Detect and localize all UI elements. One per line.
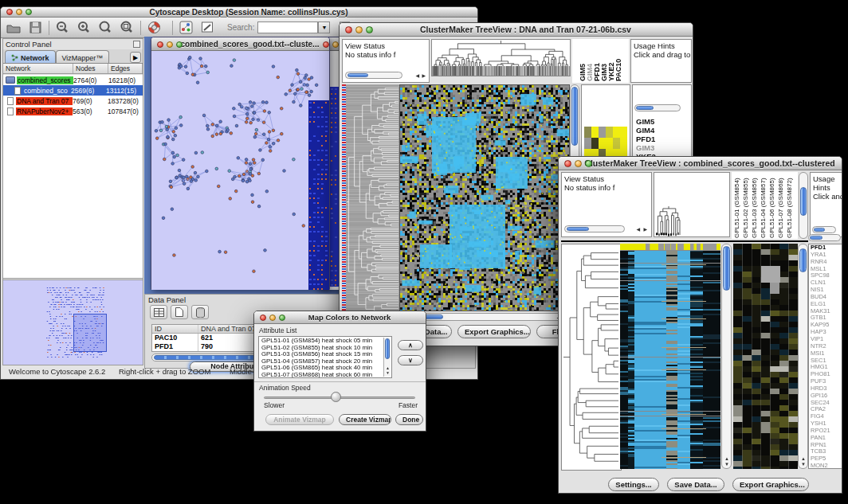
minimize-button[interactable]	[269, 315, 276, 321]
float-panel-icon[interactable]	[133, 41, 140, 48]
export-graphics-button[interactable]: Export Graphics...	[457, 325, 531, 338]
col-nodes[interactable]: Nodes	[73, 64, 108, 73]
network-row[interactable]: RNAPuberNov2+563(0)107847(0)	[3, 106, 143, 116]
scroll-down-icon[interactable]: ▼	[801, 462, 806, 467]
row-dendrogram-canvas[interactable]	[346, 84, 399, 319]
column-dendrogram-canvas[interactable]	[654, 173, 729, 236]
column-dendrogram-canvas[interactable]	[432, 40, 570, 76]
column-label[interactable]: GPL51-03 (GSM856)	[751, 173, 758, 238]
column-dendrogram-panel[interactable]	[431, 39, 571, 76]
dialog-titlebar[interactable]: Map Colors to Network	[254, 311, 426, 324]
new-attribute-icon[interactable]	[171, 305, 188, 319]
column-label[interactable]: GPL51-06 (GSM865)	[768, 173, 775, 238]
usage-hints-scrollbar[interactable]	[812, 226, 836, 233]
row-label[interactable]: GIM4	[636, 126, 660, 135]
tab-vizmapper[interactable]: VizMapper™	[56, 50, 110, 63]
zoom-button[interactable]	[279, 315, 285, 321]
overview-viewport-rect[interactable]	[73, 314, 107, 352]
animation-speed-slider-thumb[interactable]	[331, 392, 341, 402]
minimize-button[interactable]	[16, 9, 22, 15]
done-button[interactable]: Done	[395, 414, 423, 425]
tab-overflow-arrow[interactable]: ▶	[130, 52, 141, 63]
column-label[interactable]: GPL51-02 (GSM855)	[742, 173, 749, 238]
scroll-up-icon[interactable]: ▲	[801, 456, 806, 461]
row-label[interactable]: GIM5	[636, 117, 660, 126]
zoom-heatmap-canvas[interactable]	[733, 244, 798, 469]
birdseye-overview[interactable]	[3, 279, 143, 365]
scroll-left-icon[interactable]: ◀	[415, 73, 419, 78]
search-input[interactable]	[257, 21, 318, 33]
view-status-scrollbar[interactable]	[564, 225, 625, 232]
minimize-button[interactable]	[355, 26, 363, 33]
heatmap-canvas[interactable]	[399, 84, 570, 311]
table-view-icon[interactable]	[150, 305, 167, 319]
annotation-icon[interactable]	[198, 20, 216, 36]
column-label[interactable]: GPL51-07 (GSM868)	[777, 173, 784, 238]
close-button[interactable]	[260, 315, 266, 321]
save-session-button[interactable]	[26, 20, 44, 36]
main-titlebar[interactable]: Cytoscape Desktop (Session Name: collins…	[1, 7, 477, 18]
network-row[interactable]: DNA and Tran 07769(0)183728(0)	[3, 96, 143, 106]
row-dendrogram-canvas[interactable]	[561, 244, 622, 471]
close-button[interactable]	[157, 41, 163, 48]
attribute-item[interactable]: GPL51-07 (GSM868) heat shock 60 min	[261, 372, 391, 378]
zoom-selected-button[interactable]	[118, 20, 135, 36]
scroll-up-icon[interactable]: ▲	[724, 456, 729, 461]
animate-vizmap-button[interactable]: Animate Vizmap	[265, 414, 334, 425]
minimize-button[interactable]	[167, 41, 173, 48]
close-button[interactable]	[323, 41, 329, 48]
zoom-button[interactable]	[366, 26, 373, 33]
zoom-button[interactable]	[585, 160, 592, 167]
zoom-button[interactable]	[26, 9, 32, 15]
open-session-button[interactable]	[5, 20, 22, 36]
zoom-in-button[interactable]	[75, 20, 92, 36]
close-button[interactable]	[564, 160, 571, 167]
create-vizmap-button[interactable]: Create Vizmap	[339, 414, 391, 425]
attr-col-id[interactable]: ID	[152, 325, 198, 333]
move-up-button[interactable]: ∧	[398, 340, 423, 350]
delete-attribute-icon[interactable]	[191, 305, 209, 319]
save-data-button[interactable]: Save Data...	[667, 478, 724, 491]
heatmap-canvas[interactable]	[620, 244, 720, 469]
column-dendrogram-panel[interactable]	[654, 172, 730, 237]
view-status-scrollbar[interactable]	[345, 72, 402, 79]
col-edges[interactable]: Edges	[108, 64, 143, 73]
network-canvas[interactable]	[151, 51, 329, 290]
scroll-down-icon[interactable]: ▼	[386, 370, 390, 375]
zoom-fit-button[interactable]	[96, 20, 114, 36]
search-dropdown-arrow[interactable]: ▼	[318, 21, 330, 33]
column-label[interactable]: PAC10	[614, 40, 622, 81]
network-row[interactable]: combined_sco2569(6)13112(15)	[3, 85, 143, 96]
network-row[interactable]: combined_scores2764(0)16218(0)	[3, 75, 143, 85]
col-network[interactable]: Network	[3, 64, 73, 73]
column-label[interactable]: GPL51-08 (GSM872)	[786, 173, 793, 238]
close-button[interactable]	[6, 9, 13, 15]
zoom-out-button[interactable]	[53, 20, 71, 36]
column-labels-scrollbar[interactable]	[799, 172, 808, 239]
scroll-down-icon[interactable]: ▼	[724, 462, 729, 467]
treeview1-titlebar[interactable]: ClusterMaker TreeView : DNA and Tran 07-…	[340, 23, 693, 37]
gene-list-scrollbar[interactable]: ▲ ▼	[798, 244, 808, 469]
network-view-window[interactable]: combined_scores_good.txt--cluste...	[151, 37, 330, 290]
scroll-right-icon[interactable]: ▶	[422, 73, 426, 78]
treeview2-titlebar[interactable]: ClusterMaker TreeView : combined_scores_…	[559, 157, 842, 170]
close-button[interactable]	[345, 26, 352, 33]
move-down-button[interactable]: ∨	[398, 355, 423, 365]
gene-labels-h-scrollbar[interactable]	[808, 234, 841, 241]
gene-label[interactable]: MON2	[811, 463, 842, 469]
heatmap-v-scrollbar[interactable]: ▲ ▼	[721, 244, 732, 469]
row-labels-scrollbar[interactable]	[634, 104, 681, 111]
tab-network[interactable]: Network	[5, 50, 56, 63]
minimize-button[interactable]	[575, 160, 582, 167]
export-graphics-button[interactable]: Export Graphics...	[732, 478, 809, 491]
settings-button[interactable]: Settings...	[608, 478, 659, 491]
minimize-button[interactable]	[332, 41, 339, 48]
attribute-list-scrollbar[interactable]: ▲ ▼	[383, 338, 391, 377]
zoom-button[interactable]	[176, 41, 183, 48]
row-label[interactable]: GIM3	[636, 143, 660, 152]
scroll-left-icon[interactable]: ◀	[636, 227, 640, 232]
help-lifesaver-icon[interactable]	[145, 20, 163, 36]
network-window-titlebar[interactable]: combined_scores_good.txt--cluste...	[151, 37, 329, 51]
row-label[interactable]: PFD1	[636, 135, 660, 143]
column-label[interactable]: GPL51-01 (GSM854)	[733, 173, 740, 238]
